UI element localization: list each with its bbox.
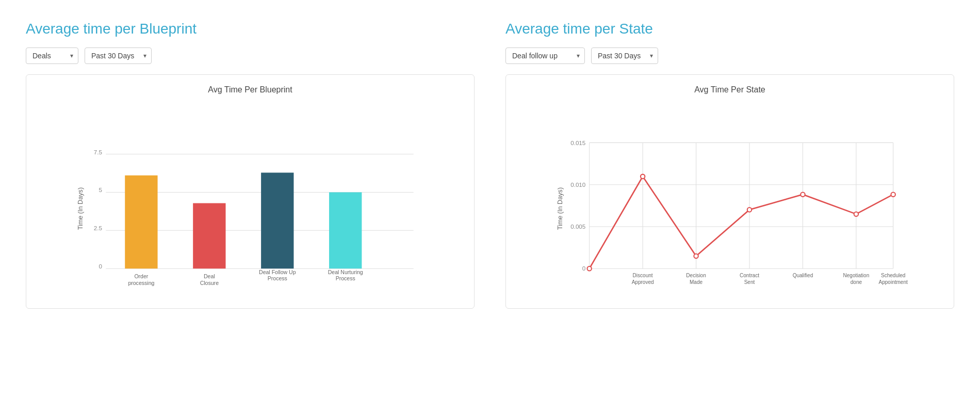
line-ytick-010: 0.010	[570, 181, 585, 188]
right-dropdown1-wrapper: Deal follow up Order processing Deal Clo…	[505, 47, 585, 64]
left-panel: Average time per Blueprint Deals Contact…	[26, 21, 475, 309]
right-dropdown1[interactable]: Deal follow up Order processing Deal Clo…	[505, 47, 585, 64]
point-2	[694, 254, 698, 258]
line-xlabel-5: Negotiation	[843, 273, 870, 278]
right-panel-title: Average time per State	[505, 21, 954, 37]
right-dropdown2[interactable]: Past 30 Days Past 7 Days Past 90 Days	[591, 47, 658, 64]
right-controls: Deal follow up Order processing Deal Clo…	[505, 47, 954, 64]
left-chart-title: Avg Time Per Blueprint	[37, 85, 464, 94]
left-chart-container: Avg Time Per Blueprint Time (In Days) 0 …	[26, 74, 475, 309]
bar-order-processing	[125, 176, 157, 269]
bar-xlabel-1: Order	[134, 273, 148, 279]
line-chart-path	[590, 177, 893, 268]
line-y-label: Time (In Days)	[557, 187, 564, 230]
bar-ytick-0: 0	[99, 263, 102, 269]
bar-chart-svg: Time (In Days) 0 2.5 5 7.5	[37, 100, 464, 296]
point-0	[587, 266, 591, 271]
line-xlabel-2b: Made	[690, 279, 703, 285]
line-xlabel-4: Qualified	[793, 273, 813, 278]
bar-deal-nurturing	[329, 192, 362, 268]
right-dropdown2-wrapper: Past 30 Days Past 7 Days Past 90 Days	[591, 47, 658, 64]
left-dropdown1-wrapper: Deals Contacts Leads	[26, 47, 78, 64]
bar-ytick-5: 5	[99, 186, 102, 193]
bar-xlabel-1b: processing	[128, 280, 154, 286]
bar-ytick-25: 2.5	[94, 225, 102, 231]
line-xlabel-3: Contract	[740, 273, 759, 278]
line-ytick-0: 0	[582, 265, 585, 272]
line-xlabel-6: Scheduled	[881, 273, 905, 278]
left-dropdown2[interactable]: Past 30 Days Past 7 Days Past 90 Days	[85, 47, 152, 64]
bar-xlabel-3b: Process	[268, 275, 287, 281]
bar-deal-closure	[193, 203, 225, 269]
dashboard: Average time per Blueprint Deals Contact…	[26, 21, 954, 309]
line-chart-svg: Time (In Days) 0 0.005 0.010 0.015	[516, 100, 943, 296]
point-6	[891, 192, 895, 196]
line-ytick-015: 0.015	[570, 139, 585, 146]
bar-xlabel-3: Deal Follow Up	[259, 269, 296, 275]
line-xlabel-6b: Appointment	[879, 279, 908, 285]
left-dropdown1[interactable]: Deals Contacts Leads	[26, 47, 78, 64]
bar-deal-followup	[261, 172, 293, 268]
right-panel: Average time per State Deal follow up Or…	[505, 21, 954, 309]
right-chart-title: Avg Time Per State	[516, 85, 943, 94]
bar-ytick-75: 7.5	[94, 149, 102, 155]
point-1	[641, 174, 645, 179]
left-controls: Deals Contacts Leads Past 30 Days Past 7…	[26, 47, 475, 64]
bar-xlabel-4b: Process	[336, 275, 355, 281]
line-xlabel-2: Decision	[686, 273, 706, 278]
point-4	[801, 192, 805, 196]
line-xlabel-5b: done	[851, 279, 862, 285]
bar-xlabel-2: Deal	[204, 273, 215, 279]
point-3	[747, 208, 752, 212]
point-5	[854, 212, 858, 216]
line-ytick-005: 0.005	[570, 223, 585, 230]
bar-xlabel-2b: Closure	[200, 280, 219, 286]
bar-y-label: Time (In Days)	[77, 187, 84, 230]
left-panel-title: Average time per Blueprint	[26, 21, 475, 37]
line-xlabel-1b: Approved	[632, 279, 654, 285]
left-dropdown2-wrapper: Past 30 Days Past 7 Days Past 90 Days	[85, 47, 152, 64]
line-xlabel-3b: Sent	[744, 279, 755, 285]
bar-xlabel-4: Deal Nurturing	[328, 269, 363, 275]
line-xlabel-1: Discount	[633, 273, 653, 278]
right-chart-container: Avg Time Per State Time (In Days) 0 0.00…	[505, 74, 954, 309]
